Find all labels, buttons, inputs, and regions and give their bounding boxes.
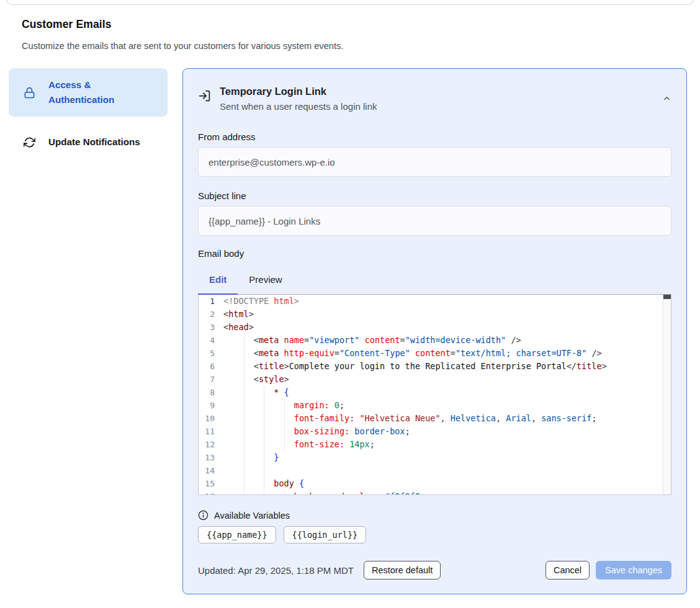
indent-guide <box>244 360 245 373</box>
refresh-icon <box>24 136 35 148</box>
indent-guide <box>244 386 245 399</box>
tab-edit[interactable]: Edit <box>198 267 238 294</box>
code-editor[interactable]: 1<!DOCTYPE html>2<html>3<head>4 <meta na… <box>198 295 671 495</box>
save-changes-button[interactable]: Save changes <box>596 561 671 579</box>
indent-guide <box>264 477 264 490</box>
code-line[interactable]: 7 <style> <box>199 373 671 386</box>
variable-chip[interactable]: {{login_url}} <box>284 526 367 543</box>
indent-guide <box>244 425 245 438</box>
code-text: } <box>217 451 671 464</box>
sidebar-item-update-notifications[interactable]: Update Notifications <box>9 127 168 157</box>
indent-guide <box>264 464 264 477</box>
subject-line-input[interactable] <box>198 206 671 236</box>
code-text: <meta name="viewport" content="width=dev… <box>217 334 671 347</box>
indent-guide <box>284 490 285 495</box>
code-line[interactable]: 12 font-size: 14px; <box>199 438 671 451</box>
code-text: <style> <box>217 373 671 386</box>
indent-guide <box>264 425 264 438</box>
code-text: <head> <box>217 321 671 334</box>
line-number: 2 <box>199 308 217 321</box>
indent-guide <box>244 373 245 386</box>
email-body-tabs: Edit Preview <box>198 267 671 295</box>
sidebar-item-access-authentication[interactable]: Access & Authentication <box>9 68 168 117</box>
indent-guide <box>244 464 245 477</box>
indent-guide <box>284 399 285 412</box>
email-body-label: Email body <box>198 248 671 259</box>
code-line[interactable]: 3<head> <box>199 321 671 334</box>
panel-footer: Updated: Apr 29, 2025, 1:18 PM MDT Resto… <box>198 561 671 579</box>
line-number: 1 <box>199 295 217 308</box>
temporary-login-link-panel: Temporary Login Link Sent when a user re… <box>182 68 687 594</box>
code-line[interactable]: 5 <meta http-equiv="Content-Type" conten… <box>199 347 671 360</box>
line-number: 11 <box>199 425 217 438</box>
indent-guide <box>244 399 245 412</box>
indent-guide <box>264 438 264 451</box>
indent-guide <box>264 412 264 425</box>
code-line[interactable]: 4 <meta name="viewport" content="width=d… <box>199 334 671 347</box>
indent-guide <box>264 490 264 495</box>
line-number: 13 <box>199 451 217 464</box>
code-line[interactable]: 2<html> <box>199 308 671 321</box>
indent-guide <box>284 412 285 425</box>
indent-guide <box>284 438 285 451</box>
indent-guide <box>244 451 245 464</box>
indent-guide <box>244 438 245 451</box>
code-text <box>217 464 671 477</box>
code-line[interactable]: 9 margin: 0; <box>199 399 671 412</box>
subject-line-label: Subject line <box>198 190 671 201</box>
indent-guide <box>244 334 245 347</box>
sidebar-item-label: Update Notifications <box>48 135 159 150</box>
code-text: background-color: #f9f9f9; <box>217 490 671 495</box>
code-text: box-sizing: border-box; <box>217 425 671 438</box>
code-line[interactable]: 10 font-family: "Helvetica Neue", Helvet… <box>199 412 671 425</box>
page-subtitle: Customize the emails that are sent to yo… <box>22 41 343 51</box>
indent-guide <box>244 412 245 425</box>
from-address-input[interactable] <box>198 147 671 177</box>
code-line[interactable]: 14 <box>199 464 671 477</box>
cancel-button[interactable]: Cancel <box>545 561 590 579</box>
page-title: Customer Emails <box>22 18 111 31</box>
code-text: <html> <box>217 308 671 321</box>
available-variables-label: Available Variables <box>214 511 290 521</box>
line-number: 9 <box>199 399 217 412</box>
line-number: 5 <box>199 347 217 360</box>
lock-icon <box>24 87 35 99</box>
line-number: 12 <box>199 438 217 451</box>
indent-guide <box>264 451 264 464</box>
code-text: <meta http-equiv="Content-Type" content=… <box>217 347 671 360</box>
line-number: 16 <box>199 490 217 495</box>
indent-guide <box>244 477 245 490</box>
code-text: <title>Complete your login to the Replic… <box>217 360 671 373</box>
code-line[interactable]: 6 <title>Complete your login to the Repl… <box>199 360 671 373</box>
available-variables-row: Available Variables <box>198 510 671 521</box>
panel-subtitle: Sent when a user requests a login link <box>220 100 662 113</box>
code-line[interactable]: 15 body { <box>199 477 671 490</box>
code-text: font-family: "Helvetica Neue", Helvetica… <box>217 412 671 425</box>
panel-title: Temporary Login Link <box>220 85 662 98</box>
code-line[interactable]: 16 background-color: #f9f9f9; <box>199 490 671 495</box>
variable-chip[interactable]: {{app_name}} <box>198 526 276 543</box>
login-icon <box>198 89 211 113</box>
code-line[interactable]: 8 * { <box>199 386 671 399</box>
variable-chips: {{app_name}}{{login_url}} <box>198 526 671 543</box>
email-types-sidebar: Access & Authentication Update Notificat… <box>9 68 168 157</box>
code-text: body { <box>217 477 671 490</box>
chevron-up-icon[interactable] <box>662 94 671 113</box>
info-icon <box>198 510 209 521</box>
code-line[interactable]: 11 box-sizing: border-box; <box>199 425 671 438</box>
from-address-label: From address <box>198 132 671 142</box>
line-number: 14 <box>199 464 217 477</box>
code-text: <!DOCTYPE html> <box>217 295 671 308</box>
line-number: 4 <box>199 334 217 347</box>
sidebar-item-label: Access & Authentication <box>48 78 168 108</box>
code-line[interactable]: 1<!DOCTYPE html> <box>199 295 671 308</box>
updated-timestamp: Updated: Apr 29, 2025, 1:18 PM MDT <box>198 565 354 576</box>
tab-preview[interactable]: Preview <box>238 267 293 294</box>
indent-guide <box>264 386 264 399</box>
previous-card-bottom-edge <box>6 0 694 5</box>
panel-header: Temporary Login Link Sent when a user re… <box>198 85 671 113</box>
line-number: 10 <box>199 412 217 425</box>
line-number: 6 <box>199 360 217 373</box>
restore-default-button[interactable]: Restore default <box>364 561 441 579</box>
code-line[interactable]: 13 } <box>199 451 671 464</box>
